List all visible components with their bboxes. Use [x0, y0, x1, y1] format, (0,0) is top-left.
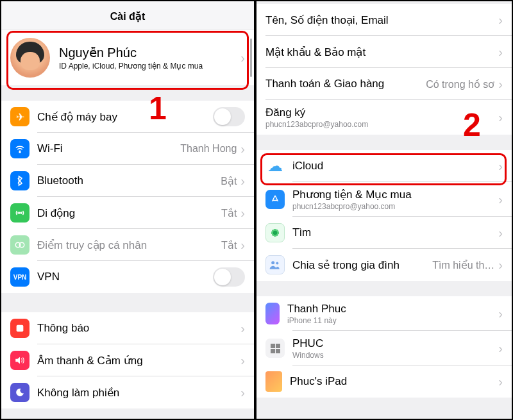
svg-point-0: [19, 151, 21, 153]
vpn-row[interactable]: VPN VPN: [1, 261, 254, 293]
phone-icon: [265, 303, 280, 324]
find-my-row[interactable]: Tìm ›: [256, 217, 512, 249]
ipad-icon: [265, 371, 282, 392]
row-label: Chế độ máy bay: [37, 110, 213, 124]
windows-icon: [265, 339, 285, 358]
apple-id-profile-row[interactable]: Nguyễn Phúc ID Apple, iCloud, Phương tiệ…: [1, 30, 254, 85]
row-label: Chia sẻ trong gia đình: [292, 258, 432, 272]
chevron-right-icon: ›: [498, 258, 503, 273]
row-label: Không làm phiền: [37, 386, 240, 399]
row-value: Bật: [221, 175, 237, 187]
row-label: iCloud: [292, 160, 498, 172]
svg-point-1: [19, 212, 21, 214]
icloud-row[interactable]: ☁ iCloud ›: [256, 150, 512, 182]
subscriptions-row[interactable]: Đăng ký phucn123abcpro@yahoo.com ›: [256, 100, 512, 135]
chevron-right-icon: ›: [498, 159, 503, 174]
find-icon: [265, 223, 285, 242]
chevron-right-icon: ›: [240, 353, 245, 368]
settings-panel-left: Cài đặt Nguyễn Phúc ID Apple, iCloud, Ph…: [1, 1, 256, 419]
airplane-icon: ✈: [10, 107, 29, 126]
svg-point-6: [276, 262, 278, 265]
page-title: Cài đặt: [1, 1, 254, 29]
row-value: Tắt: [221, 239, 237, 251]
row-label: Mật khẩu & Bảo mật: [265, 46, 498, 59]
row-subtitle: phucn123abcpro@yahoo.com: [265, 120, 498, 129]
vpn-toggle[interactable]: [213, 267, 245, 287]
sound-icon: [10, 351, 29, 370]
dnd-icon: [10, 383, 29, 402]
row-value: Thanh Hong: [180, 143, 237, 155]
device-ipad-row[interactable]: Phuc's iPad ›: [256, 365, 512, 398]
chevron-right-icon: ›: [498, 374, 503, 389]
chevron-right-icon: ›: [240, 174, 245, 189]
icloud-icon: ☁: [265, 156, 285, 176]
avatar: [10, 38, 50, 78]
family-icon: [265, 255, 285, 274]
svg-point-5: [271, 261, 274, 264]
scrollbar[interactable]: [250, 38, 252, 77]
chevron-right-icon: ›: [240, 238, 245, 253]
bluetooth-icon: [10, 171, 29, 190]
sounds-row[interactable]: Âm thanh & Cảm ứng ›: [1, 344, 254, 376]
device-windows-row[interactable]: PHUC Windows ›: [256, 331, 512, 365]
name-phone-email-row[interactable]: Tên, Số điện thoại, Email ›: [256, 4, 512, 36]
row-subtitle: phucn123abcpro@yahoo.com: [292, 202, 498, 211]
row-label: Phương tiện & Mục mua: [292, 188, 498, 201]
hotspot-icon: [10, 235, 29, 255]
hotspot-row[interactable]: Điểm truy cập cá nhân Tắt ›: [1, 229, 254, 261]
row-value: Tắt: [221, 207, 237, 219]
airplane-toggle[interactable]: [213, 107, 245, 126]
payment-shipping-row[interactable]: Thanh toán & Giao hàng Có trong hồ sơ ›: [256, 68, 512, 100]
profile-name: Nguyễn Phúc: [59, 45, 240, 60]
row-label: Bluetooth: [37, 174, 221, 187]
wifi-icon: [10, 139, 29, 158]
row-label: Tìm: [292, 226, 498, 239]
chevron-right-icon: ›: [240, 206, 245, 221]
row-label: PHUC: [292, 337, 498, 350]
notif-icon: [10, 319, 29, 338]
notifications-row[interactable]: Thông báo ›: [1, 312, 254, 344]
chevron-right-icon: ›: [498, 307, 503, 321]
profile-subtitle: ID Apple, iCloud, Phương tiện & Mục mua: [59, 62, 240, 71]
row-subtitle: iPhone 11 này: [287, 316, 498, 325]
chevron-right-icon: ›: [498, 192, 503, 207]
chevron-right-icon: ›: [498, 110, 503, 125]
cellular-row[interactable]: Di động Tắt ›: [1, 197, 254, 229]
chevron-right-icon: ›: [240, 385, 245, 400]
dnd-row[interactable]: Không làm phiền ›: [1, 376, 254, 408]
row-label: Di động: [37, 206, 221, 220]
bluetooth-row[interactable]: Bluetooth Bật ›: [1, 165, 254, 197]
row-label: Tên, Số điện thoại, Email: [265, 13, 498, 27]
chevron-right-icon: ›: [498, 77, 503, 92]
airplane-mode-row[interactable]: ✈ Chế độ máy bay: [1, 101, 254, 133]
chevron-right-icon: ›: [240, 321, 245, 336]
row-value: Có trong hồ sơ: [426, 78, 494, 90]
chevron-right-icon: ›: [498, 45, 503, 60]
row-label: Điểm truy cập cá nhân: [37, 239, 221, 252]
password-security-row[interactable]: Mật khẩu & Bảo mật ›: [256, 36, 512, 68]
row-value: Tìm hiểu th…: [432, 259, 494, 271]
family-sharing-row[interactable]: Chia sẻ trong gia đình Tìm hiểu th… ›: [256, 249, 512, 281]
apple-id-panel-right: Tên, Số điện thoại, Email › Mật khẩu & B…: [256, 1, 512, 419]
chevron-right-icon: ›: [240, 51, 245, 65]
row-label: Phuc's iPad: [290, 375, 498, 388]
vpn-icon: VPN: [10, 267, 29, 287]
media-purchases-row[interactable]: Phương tiện & Mục mua phucn123abcpro@yah…: [256, 182, 512, 217]
row-label: Thanh Phuc: [287, 303, 498, 315]
row-label: VPN: [37, 271, 213, 283]
row-subtitle: Windows: [292, 351, 498, 360]
wifi-row[interactable]: Wi-Fi Thanh Hong ›: [1, 133, 254, 165]
device-iphone-row[interactable]: Thanh Phuc iPhone 11 này ›: [256, 296, 512, 331]
cellular-icon: [10, 203, 29, 223]
chevron-right-icon: ›: [240, 142, 245, 156]
row-label: Thông báo: [37, 322, 240, 335]
row-label: Đăng ký: [265, 106, 498, 119]
chevron-right-icon: ›: [498, 226, 503, 240]
appstore-icon: [265, 190, 285, 209]
row-label: Wi-Fi: [37, 142, 180, 155]
chevron-right-icon: ›: [498, 13, 503, 28]
svg-rect-4: [17, 325, 24, 332]
row-label: Âm thanh & Cảm ứng: [37, 354, 240, 367]
chevron-right-icon: ›: [498, 341, 503, 356]
row-label: Thanh toán & Giao hàng: [265, 78, 426, 90]
